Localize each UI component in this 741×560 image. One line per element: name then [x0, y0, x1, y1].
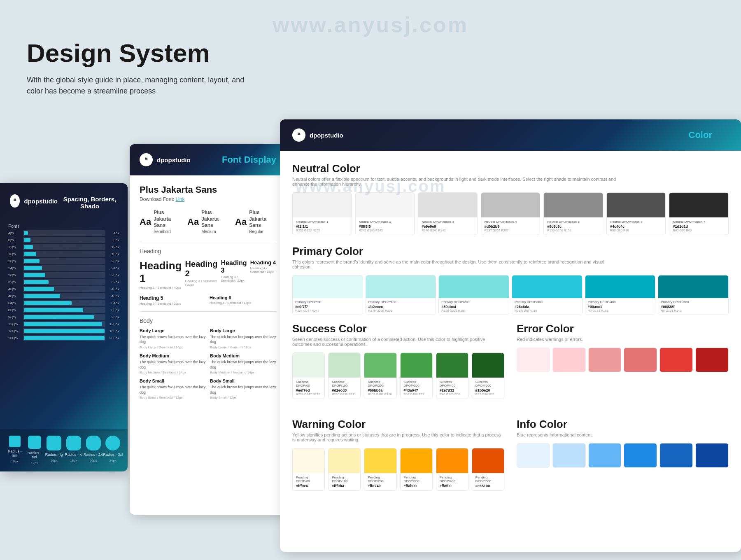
swatch-rgb: R80 G80 R80 — [610, 229, 662, 232]
page-subtitle: With the global style guide in place, ma… — [27, 75, 244, 97]
body-item-label: Body Small — [210, 378, 276, 383]
font-aa: Aa — [235, 217, 247, 227]
spacing-bar — [24, 322, 102, 326]
swatch-label: Success DPOP/100 — [332, 380, 357, 387]
font-variant-info: Plus Jakarta SansRegular — [249, 210, 276, 234]
swatch-hex: #8c8c8c — [547, 224, 599, 229]
spacing-card-header: ❝ dpopstudio Spacing, Borders, Shado — [0, 183, 128, 219]
spacing-content: Fonts 4px 4px 8px 8px 12px 12px 16px 16p… — [0, 219, 128, 346]
swatch-rgb: R0 G172 R193 — [588, 309, 653, 313]
body-item-meta: Body Large / Medium / 16px — [210, 345, 276, 349]
spacing-row: 16px 16px — [8, 251, 119, 257]
swatch-color — [356, 193, 415, 217]
h56-text: Heading 6 — [210, 295, 276, 300]
swatch-label: Pending DPOP/00 — [296, 476, 321, 483]
swatch-info: Neutral DPOP/black-3 #e9e9e9 R240 G240 R… — [418, 217, 477, 235]
primary-swatch: Primary DPOP/300 #26c6da R38 G198 R218 — [512, 275, 583, 315]
spacing-row-label: 16px — [8, 252, 21, 256]
color-swatch: Pending DPOP/300 #ffab00 — [400, 448, 433, 491]
spacing-bar — [24, 308, 83, 312]
swatch-rgb: R237 G207 R207 — [485, 229, 537, 232]
primary-swatch-info: Primary DPOP/200 #80cbc4 R128 G203 R196 — [439, 298, 509, 315]
neutral-swatches: Neutral DPOP/black-1 #f1f1f1 R252 G252 R… — [292, 192, 729, 235]
spacing-row: 12px 12px — [8, 244, 119, 250]
swatch-hex: #ffab00 — [404, 484, 429, 488]
swatch-rgb: R210 G236 R211 — [332, 392, 357, 396]
h56-sub: Heading 5 / Semibold / 22px — [140, 302, 206, 306]
swatch-info: Pending DPOP/100 #fff0b3 — [329, 473, 360, 490]
error-title: Error Color — [517, 322, 729, 335]
swatch-hex: #e0f7f7 — [295, 305, 360, 309]
swatch-color — [472, 448, 504, 473]
heading-sub: Heading 2 / Semibold / 32px — [185, 279, 218, 287]
radius-row: Radius - sm 10px Radius - md 12px Radius… — [0, 429, 128, 471]
swatch-rgb: R102 G187 R106 — [368, 392, 393, 396]
swatch-label: Success DPOP/200 — [368, 380, 393, 387]
radius-item: Radius - 2xl 20px — [84, 436, 103, 462]
swatch-label: Pending DPOP/100 — [332, 476, 357, 483]
spacing-bar-container — [23, 293, 105, 299]
spacing-row-label: 160px — [8, 329, 21, 333]
swatch-label: Neutral DPOP/black-1 — [296, 220, 348, 224]
swatch-rgb: R224 G247 R247 — [295, 309, 360, 313]
color-swatch: Success DPOP/100 #d2ecd3 R210 G236 R211 — [328, 352, 361, 399]
font-download-link[interactable]: Link — [175, 196, 184, 202]
color-swatch: Success DPOP/200 #66bb6a R102 G187 R106 — [364, 352, 396, 399]
heading-item: Heading 2 Heading 2 / Semibold / 32px — [185, 259, 218, 289]
color-swatch: Pending DPOP/200 #ffd740 — [364, 448, 396, 491]
swatch-rgb: R38 G198 R218 — [515, 309, 580, 313]
spacing-bar — [24, 315, 94, 319]
swatch-rgb: R67 G160 R71 — [404, 392, 429, 396]
font-aa: Aa — [140, 217, 151, 227]
spacing-brand: dpopstudio — [24, 198, 58, 205]
radius-box — [66, 436, 81, 450]
swatch-rgb: R156 G156 R156 — [547, 229, 599, 232]
spacing-row-label: 64px — [8, 301, 21, 305]
swatch-hex: #66bb6a — [368, 388, 393, 392]
swatch-info: Neutral DPOP/black-2 #f5f5f5 R245 G245 R… — [356, 217, 415, 235]
spacing-bar — [24, 245, 33, 249]
body-item-meta: Body Large / Semibold / 16px — [140, 345, 206, 349]
swatch-color — [401, 448, 432, 473]
watermark: www.anyusj.com — [273, 12, 468, 37]
body-item-label: Body Large — [210, 328, 276, 333]
radius-item: Radius - xl 18px — [64, 436, 84, 462]
radius-val: 20px — [90, 459, 97, 462]
swatch-info: Neutral DPOP/black-5 #8c8c8c R156 G156 R… — [544, 217, 603, 235]
swatch-info: Pending DPOP/00 #fff9e6 — [293, 473, 324, 490]
spacing-val: 64px — [108, 301, 119, 305]
swatch-label: Success DPOP/300 — [404, 380, 429, 387]
spacing-bar — [24, 287, 54, 291]
primary-swatch: Primary DPOP/00 #e0f7f7 R224 G247 R247 — [292, 275, 363, 315]
swatch-hex: #d2ecd3 — [332, 388, 357, 392]
spacing-row: 32px 32px — [8, 279, 119, 285]
swatch-label: Neutral DPOP/black-5 — [547, 220, 599, 224]
radius-box — [28, 436, 41, 449]
success-desc: Green denotes success or confirmation of… — [292, 337, 504, 347]
swatch-info: Success DPOP/500 #1b5e20 R27 G94 R32 — [472, 378, 504, 399]
success-swatches: Success DPOP/00 #eef7ed R238 G247 R237 S… — [292, 352, 504, 399]
font-variants: Aa Plus Jakarta SansSemibold Aa Plus Jak… — [140, 210, 276, 234]
radius-val: 16px — [51, 459, 58, 462]
radius-val: 10px — [11, 460, 18, 463]
swatch-rgb: R60 G60 R60 — [673, 229, 725, 232]
spacing-row-label: 12px — [8, 245, 21, 249]
swatch-info: Success DPOP/300 #43a047 R67 G160 R71 — [401, 378, 432, 399]
success-title: Success Color — [292, 322, 504, 335]
swatch-rgb: R238 G247 R237 — [296, 392, 321, 396]
spacing-val: 80px — [108, 308, 119, 312]
color-swatch: Pending DPOP/100 #fff0b3 — [328, 448, 361, 491]
swatch-color — [293, 353, 324, 378]
swatch-color — [293, 193, 352, 217]
spacing-row: 48px 48px — [8, 293, 119, 299]
swatch-info: Neutral DPOP/black-1 #f1f1f1 R252 G252 R… — [293, 217, 352, 235]
spacing-val: 48px — [108, 294, 119, 298]
success-section: Success Color Green denotes success or c… — [292, 322, 504, 409]
font-card-body: Plus Jakarta Sans Download Font: Link Aa… — [130, 175, 286, 408]
swatch-hex: #1b5e20 — [475, 388, 501, 392]
primary-swatch-color — [658, 275, 728, 298]
spacing-row-label: 120px — [8, 322, 21, 326]
swatch-info: Success DPOP/400 #2e7d32 R46 G125 R50 — [436, 378, 468, 399]
radius-item: Radius - sm 10px — [5, 436, 25, 463]
spacing-row: 4px 4px — [8, 230, 119, 236]
